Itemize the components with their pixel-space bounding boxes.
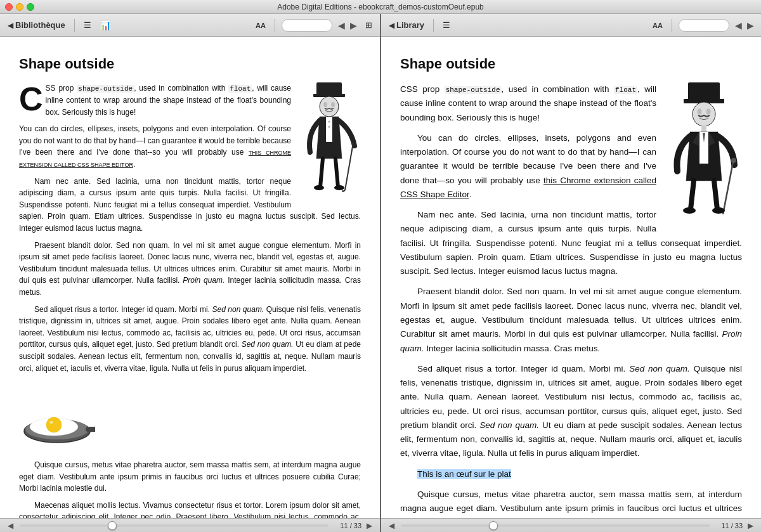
- left-content-area[interactable]: Shape outside: [0, 37, 380, 518]
- svg-rect-0: [316, 82, 342, 95]
- back-label-right: Library: [396, 20, 424, 30]
- fullscreen-icon-left: ⊞: [365, 20, 372, 30]
- drop-cap: C: [19, 86, 43, 113]
- right-page-bar: ◀ 11 / 33 ▶: [381, 518, 761, 532]
- para-right-highlight: This is an œuf sur le plat: [400, 467, 742, 481]
- chrome-link-left[interactable]: this Chrome extension called CSS Shape E…: [19, 150, 291, 168]
- left-pane: ◀ Bibliothèque ☰ 📊 AA ◀ ▶ ⊞: [0, 14, 380, 532]
- next-arrow-left[interactable]: ▶: [348, 20, 359, 31]
- para-left-5: Sed aliquet risus a tortor. Integer id q…: [19, 304, 361, 375]
- next-page-right[interactable]: ▶: [748, 521, 753, 530]
- next-page-left[interactable]: ▶: [367, 521, 372, 530]
- para-left-7: Maecenas aliquet mollis lectus. Vivamus …: [19, 500, 361, 518]
- separator2: [275, 19, 275, 32]
- svg-point-27: [712, 207, 725, 214]
- chapter-title-left: Shape outside: [19, 56, 361, 72]
- font-size-button-right[interactable]: AA: [650, 20, 665, 30]
- man-illustration-right: [666, 82, 742, 216]
- left-page-bar: ◀ 11 / 33 ▶: [0, 518, 380, 532]
- egg-figure-left: [19, 384, 361, 450]
- figure-man-right: [666, 82, 742, 218]
- page-info-right: 11 / 33: [721, 522, 743, 529]
- right-pane: ◀ Library ☰ AA ◀ ▶ Shape outside: [380, 14, 761, 532]
- right-toolbar: ◀ Library ☰ AA ◀ ▶: [381, 14, 761, 37]
- chapter-title-right: Shape outside: [400, 56, 742, 72]
- list-view-button-right[interactable]: ☰: [440, 19, 453, 31]
- egg-illustration: [19, 384, 95, 447]
- para-right-4: Praesent blandit dolor. Sed non quam. In…: [400, 285, 742, 355]
- page-slider-left[interactable]: [20, 524, 328, 527]
- list-icon-right: ☰: [443, 20, 450, 30]
- svg-rect-13: [86, 427, 95, 432]
- svg-point-3: [323, 102, 327, 107]
- fullscreen-button-left[interactable]: ⊞: [363, 19, 375, 31]
- separator-r: [433, 19, 434, 32]
- highlight-text: This is an œuf sur le plat: [417, 469, 511, 479]
- prev-arrow-right[interactable]: ◀: [733, 20, 744, 31]
- separator2-r: [672, 19, 672, 32]
- next-arrow-right[interactable]: ▶: [745, 20, 756, 31]
- svg-point-15: [46, 417, 62, 432]
- maximize-button[interactable]: [27, 3, 34, 11]
- body-text-left-2: Quisque cursus, metus vitae pharetra auc…: [19, 459, 361, 518]
- left-toolbar: ◀ Bibliothèque ☰ 📊 AA ◀ ▶ ⊞: [0, 14, 380, 37]
- back-button-left[interactable]: ◀ Bibliothèque: [5, 19, 68, 31]
- chrome-link-right[interactable]: this Chrome extension called CSS Shape E…: [400, 176, 656, 199]
- prev-arrow-left[interactable]: ◀: [336, 20, 347, 31]
- font-size-label-left: AA: [256, 22, 266, 29]
- svg-point-4: [331, 102, 335, 107]
- nav-arrows-right: ◀ ▶: [733, 20, 756, 31]
- svg-point-9: [314, 185, 324, 190]
- font-size-label-right: AA: [653, 22, 663, 29]
- svg-point-26: [683, 207, 696, 214]
- svg-point-2: [320, 96, 339, 117]
- back-button-right[interactable]: ◀ Library: [386, 19, 427, 31]
- traffic-lights: [5, 3, 34, 11]
- slider-thumb-right[interactable]: [489, 521, 498, 530]
- svg-point-6: [328, 121, 330, 123]
- slider-thumb-left[interactable]: [108, 521, 117, 530]
- svg-point-19: [693, 102, 715, 126]
- svg-rect-22: [701, 126, 706, 132]
- svg-rect-5: [326, 117, 332, 142]
- svg-rect-17: [688, 82, 720, 100]
- figure-man-left: [297, 82, 361, 196]
- svg-point-16: [49, 421, 53, 424]
- page-info-left: 11 / 33: [340, 522, 361, 529]
- chart-icon-left: 📊: [100, 20, 111, 30]
- close-button[interactable]: [5, 3, 13, 11]
- svg-point-20: [698, 109, 702, 115]
- list-icon-left: ☰: [84, 20, 91, 30]
- svg-line-24: [723, 162, 733, 214]
- svg-point-7: [328, 126, 330, 128]
- back-label-left: Bibliothèque: [15, 20, 65, 30]
- separator: [74, 19, 75, 32]
- chart-button-left[interactable]: 📊: [98, 19, 114, 32]
- man-illustration-left: [297, 82, 361, 193]
- para-right-6: Quisque cursus, metus vitae pharetra auc…: [400, 488, 742, 518]
- prev-page-right[interactable]: ◀: [389, 521, 394, 530]
- nav-arrows-left: ◀ ▶: [336, 20, 359, 31]
- page-slider-right[interactable]: [401, 524, 710, 527]
- para-left-6: Quisque cursus, metus vitae pharetra auc…: [19, 459, 361, 495]
- para-right-3: Nam nec ante. Sed lacinia, urna non tinc…: [400, 208, 742, 278]
- prev-page-left[interactable]: ◀: [8, 521, 13, 530]
- right-content-area[interactable]: Shape outside: [381, 37, 761, 518]
- svg-line-8: [345, 143, 353, 190]
- font-size-button-left[interactable]: AA: [253, 20, 268, 30]
- svg-point-21: [706, 109, 711, 115]
- svg-point-25: [731, 158, 736, 163]
- content-body-right: CSS prop shape-outside, used in combinat…: [400, 82, 742, 518]
- title-bar: Adobe Digital Editions - ebookcraft_demo…: [0, 0, 761, 14]
- search-input-left[interactable]: [282, 19, 332, 32]
- search-input-right[interactable]: [679, 19, 729, 32]
- svg-point-10: [334, 185, 344, 190]
- window-title: Adobe Digital Editions - ebookcraft_demo…: [277, 3, 484, 11]
- minimize-button[interactable]: [16, 3, 23, 11]
- list-view-button-left[interactable]: ☰: [81, 19, 94, 31]
- content-body-left: CSS prop shape-outside, used in combinat…: [19, 82, 361, 518]
- para-right-5: Sed aliquet risus a tortor. Integer id q…: [400, 362, 742, 461]
- para-left-4: Praesent blandit dolor. Sed non quam. In…: [19, 240, 361, 299]
